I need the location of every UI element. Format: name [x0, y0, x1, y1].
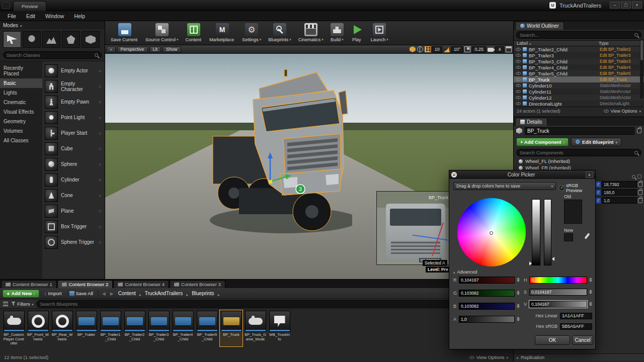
toolbar-button[interactable]: Cinematics ▾ [295, 22, 327, 42]
actor-label[interactable]: BP_Trailer3_Child [529, 59, 598, 64]
placeable-item[interactable]: Box Trigger ≡ [45, 219, 104, 234]
edit-blueprint-button[interactable]: ⚙ Edit Blueprint [571, 138, 621, 146]
spinner-icon[interactable] [589, 302, 592, 306]
actor-label[interactable]: BP_Trailer3 [529, 53, 598, 58]
asset-item[interactable]: BP_Trailer4_Child [171, 310, 195, 347]
viewport-options-button[interactable] [107, 46, 116, 53]
camera-speed-value[interactable]: 4 [495, 46, 504, 53]
hex-srgb-field[interactable]: 5B5A5AFF [560, 323, 592, 330]
placement-category[interactable]: Lights [0, 88, 42, 98]
asset-item[interactable]: BP_Trailer3_Child [147, 310, 171, 347]
classes-search-box[interactable] [3, 51, 102, 59]
placeable-item[interactable]: Empty Character ≡ [45, 78, 104, 94]
outliner-row[interactable]: BP_Trailer3 Edit BP_Trailer3 [514, 52, 644, 58]
asset-thumbnail[interactable] [124, 311, 145, 332]
toolbar-button[interactable]: Save Current [107, 22, 142, 42]
menu-item[interactable]: Window [41, 12, 68, 20]
outliner-row[interactable]: Cylinder12 StaticMeshActor [514, 95, 644, 101]
actor-name-field[interactable] [525, 127, 634, 135]
actor-type-link[interactable]: Edit BP_Trailer5 [600, 71, 642, 76]
saturation-slider[interactable] [532, 199, 540, 265]
outliner-row[interactable]: BP_Truck Edit BP_Truck [514, 76, 644, 82]
asset-item[interactable]: BP_Trailer5_Child [195, 310, 219, 347]
column-label[interactable]: Label [517, 41, 528, 46]
search-components-input[interactable] [520, 150, 632, 155]
srgb-checkbox[interactable] [559, 186, 564, 191]
srgb-preview-toggle[interactable]: sRGB Preview [559, 183, 595, 193]
visibility-eye-icon[interactable] [516, 66, 521, 69]
advanced-toggle[interactable]: Advanced [453, 269, 477, 275]
lock-icon[interactable] [638, 190, 642, 195]
actor-type-link[interactable]: Edit BP_Trailer3 [600, 53, 642, 58]
actor-label[interactable]: BP_Truck [529, 77, 598, 82]
color-wheel[interactable] [457, 198, 526, 266]
outliner-row[interactable]: BP_Trailer4_Child Edit BP_Trailer4 [514, 64, 644, 70]
import-button[interactable]: Import [42, 290, 64, 298]
asset-item[interactable]: BP_Custom Player Controller [2, 310, 26, 347]
search-icon[interactable] [632, 175, 635, 178]
spinner-icon[interactable] [516, 304, 520, 308]
placeable-item[interactable]: Cylinder ≡ [45, 172, 104, 188]
editor-mode-tab[interactable] [3, 31, 21, 48]
spinner-icon[interactable] [589, 290, 592, 294]
visibility-eye-icon[interactable] [516, 102, 521, 105]
placement-category[interactable]: Recently Placed [0, 63, 42, 78]
toolbar-button[interactable]: Source Control ▾ [142, 22, 182, 42]
spinner-icon[interactable] [516, 278, 520, 282]
assets-search-box[interactable] [36, 300, 510, 308]
placement-category[interactable]: Volumes [0, 126, 42, 136]
asset-item[interactable]: WB_TruckInfo [268, 310, 291, 347]
maximize-viewport-icon[interactable] [506, 46, 512, 52]
breadcrumb-item[interactable]: Content [117, 291, 137, 296]
spinner-icon[interactable] [516, 317, 520, 321]
lock-icon[interactable] [638, 198, 642, 203]
surface-snap-icon[interactable] [417, 46, 423, 52]
asset-thumbnail[interactable] [148, 311, 170, 332]
hex-linear-field[interactable]: 1A1A1AFF [560, 313, 592, 319]
toolbar-button[interactable]: Play [347, 22, 367, 42]
outliner-row[interactable]: DirectionalLight DirectionalLight [514, 101, 644, 107]
value-slider[interactable] [544, 199, 551, 265]
search-assets-input[interactable] [40, 301, 501, 307]
visibility-eye-icon[interactable] [516, 72, 521, 75]
asset-thumbnail[interactable] [173, 311, 194, 332]
camera-speed-icon[interactable] [488, 48, 494, 52]
asset-thumbnail[interactable] [28, 311, 49, 332]
show-flags-button[interactable]: Show [163, 46, 181, 53]
asset-item[interactable]: BP_Rear_Wheels [50, 310, 74, 347]
component-row[interactable]: Wheel_FL (Inherited) [514, 158, 644, 164]
rotation-snap-value[interactable]: 10° [451, 46, 463, 53]
channel-slider[interactable]: 0,0104167 [529, 289, 587, 296]
breadcrumb-item[interactable]: Blueprints [191, 291, 215, 296]
actor-label[interactable]: BP_Trailer4_Child [529, 65, 598, 70]
save-all-button[interactable]: Save All [67, 290, 96, 298]
eyedropper-icon[interactable] [584, 232, 591, 240]
details-tab[interactable]: Details [515, 118, 547, 126]
placeable-item[interactable]: Empty Pawn ≡ [45, 94, 104, 110]
channel-value[interactable]: 0,104167 [461, 278, 478, 283]
actor-type-link[interactable]: Edit BP_Truck [600, 77, 642, 82]
visibility-eye-icon[interactable] [516, 96, 521, 99]
actor-label[interactable]: DirectionalLight [529, 101, 598, 107]
asset-item[interactable]: BP_Trailer [74, 310, 98, 347]
actor-type-link[interactable]: Edit BP_Trailer2 [600, 47, 642, 52]
transform-gizmo[interactable] [252, 150, 292, 191]
channel-value[interactable]: 0,0 [531, 278, 537, 283]
preview-window-tab[interactable]: Preview [13, 1, 46, 11]
menu-item[interactable]: Help [69, 12, 90, 20]
filters-button[interactable]: Filters [11, 301, 33, 307]
actor-label[interactable]: Cylinder11 [529, 89, 598, 95]
lock-icon[interactable] [637, 128, 641, 133]
grid-snap-value[interactable]: 10 [432, 46, 442, 53]
perspective-button[interactable]: Perspective [117, 46, 148, 53]
breadcrumb-item[interactable]: TruckAndTrailers [144, 291, 184, 296]
outliner-row[interactable]: BP_Trailer3_Child Edit BP_Trailer3 [514, 58, 644, 64]
back-arrow-icon[interactable]: ◀ [101, 291, 107, 296]
placeable-item[interactable]: Point Light ≡ [45, 110, 104, 125]
outliner-scrollbar[interactable] [640, 39, 643, 99]
actor-label[interactable]: Cylinder10 [529, 83, 598, 88]
spinner-icon[interactable] [516, 291, 520, 295]
components-search-box[interactable] [516, 149, 641, 156]
outliner-row[interactable]: Cylinder11 StaticMeshActor [514, 88, 644, 95]
asset-item[interactable]: BP_Trailer1_Child [99, 310, 122, 347]
